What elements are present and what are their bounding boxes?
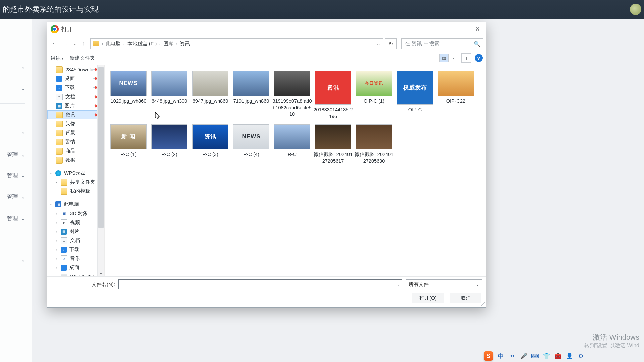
forward-button[interactable]: → — [61, 39, 71, 49]
file-grid[interactable]: NEWS1029.jpg_wh8606448.jpg_wh3006947.jpg… — [105, 65, 486, 276]
breadcrumb-folder2[interactable]: 资讯 — [178, 41, 192, 47]
tree-item[interactable]: 资讯📌 — [47, 110, 100, 119]
file-item[interactable]: R-C — [272, 124, 313, 164]
back-button[interactable]: ← — [50, 39, 59, 49]
file-item[interactable]: 微信截图_20240127205630 — [354, 124, 394, 164]
help-button[interactable]: ? — [475, 54, 483, 62]
expand-toggle-icon[interactable]: › — [54, 180, 59, 184]
file-item[interactable]: OIP-C22 — [435, 71, 476, 120]
breadcrumb-root[interactable]: 此电脑 — [104, 41, 123, 47]
expand-toggle-icon[interactable]: ⌄ — [49, 202, 53, 206]
chevron-down-icon[interactable]: ⌄ — [476, 282, 479, 287]
tree-item[interactable]: ›Win10 (C:) — [47, 272, 100, 276]
chevron-right-icon[interactable]: › — [123, 42, 125, 46]
expand-toggle-icon[interactable]: › — [54, 257, 59, 261]
microphone-icon[interactable]: 🎤 — [520, 352, 527, 360]
open-button[interactable]: 打开(O) — [412, 293, 444, 303]
file-item[interactable]: 新 闻R-C (1) — [108, 124, 149, 164]
tree-item[interactable]: ›音乐 — [47, 254, 100, 263]
tree-item[interactable]: ›文档 — [47, 236, 100, 245]
tree-item[interactable]: ›下载 — [47, 245, 100, 254]
tree-item[interactable]: ›共享文件夹 — [47, 178, 100, 187]
chevron-right-icon[interactable]: › — [101, 42, 104, 46]
tree-item[interactable]: 下载📌 — [47, 83, 100, 92]
tree-item[interactable]: 背景 — [47, 128, 100, 137]
tree-item[interactable]: 文档📌 — [47, 92, 100, 101]
file-item[interactable]: 6947.jpg_wh860 — [190, 71, 231, 120]
tree-item[interactable]: ›3D 对象 — [47, 209, 100, 218]
tree-group[interactable]: ⌄WPS云盘 — [47, 169, 100, 178]
search-input[interactable]: 在 资讯 中搜索 🔍 — [401, 38, 483, 49]
sidebar-item-1[interactable]: 管理⌄ — [0, 145, 29, 164]
skin-icon[interactable]: 👕 — [543, 352, 550, 360]
preview-pane-toggle[interactable]: ◫ — [461, 53, 471, 63]
tree-item[interactable]: 头像 — [47, 119, 100, 128]
file-item[interactable]: 319199e07a8fad0b1082cabd6ecfe510 — [272, 71, 313, 120]
tree-item[interactable]: ›桌面 — [47, 263, 100, 272]
dialog-titlebar[interactable]: 打开 ✕ — [47, 22, 486, 36]
tree-item[interactable]: 警情 — [47, 137, 100, 146]
chevron-right-icon[interactable]: › — [159, 42, 161, 46]
search-icon[interactable]: 🔍 — [474, 41, 480, 47]
up-button[interactable]: ↑ — [79, 39, 88, 49]
toolbox-icon[interactable]: 🧰 — [554, 352, 561, 360]
file-item[interactable]: 7191.jpg_wh860 — [231, 71, 272, 120]
sidebar-item-3[interactable]: 管理⌄ — [0, 188, 29, 206]
file-item[interactable]: 今日资讯OIP-C (1) — [354, 71, 394, 120]
user-icon[interactable]: 👤 — [566, 352, 573, 360]
thumbnails-view-icon[interactable]: ▦ — [440, 54, 448, 62]
sidebar-item-4[interactable]: 管理⌄ — [0, 209, 29, 227]
breadcrumb-dropdown[interactable]: ⌄ — [374, 39, 383, 49]
tree-item[interactable]: 数据 — [47, 156, 100, 165]
tree-group[interactable]: ⌄此电脑 — [47, 200, 100, 209]
sidebar-expand-2[interactable]: ⌄ — [0, 79, 29, 97]
ime-punct-icon[interactable]: •• — [508, 352, 516, 360]
expand-toggle-icon[interactable]: › — [54, 221, 59, 225]
chevron-down-icon[interactable]: ▾ — [448, 54, 458, 62]
close-button[interactable]: ✕ — [469, 22, 486, 36]
expand-toggle-icon[interactable]: › — [54, 248, 59, 252]
refresh-button[interactable]: ↻ — [385, 38, 397, 49]
breadcrumb[interactable]: › 此电脑 › 本地磁盘 (F:) › 图库 › 资讯 ⌄ — [90, 38, 383, 49]
expand-toggle-icon[interactable]: › — [54, 266, 59, 270]
expand-toggle-icon[interactable]: › — [54, 212, 59, 216]
resize-grip[interactable] — [481, 302, 485, 307]
chevron-right-icon[interactable]: › — [175, 42, 178, 46]
cancel-button[interactable]: 取消 — [449, 293, 482, 303]
file-item[interactable]: 微信截图_20240127205617 — [313, 124, 354, 164]
recent-locations-button[interactable]: ⌄ — [73, 42, 77, 46]
tree-item[interactable]: 桌面📌 — [47, 74, 100, 83]
sogou-ime-icon[interactable]: S — [484, 351, 493, 361]
tree-scroll-thumb[interactable] — [98, 67, 104, 228]
tree-item[interactable]: 图片📌 — [47, 101, 100, 110]
expand-toggle-icon[interactable]: › — [54, 275, 59, 277]
sidebar-expand-1[interactable]: ⌄ — [0, 58, 29, 76]
gear-icon[interactable]: ⚙ — [577, 352, 584, 360]
tree-item[interactable]: ›图片 — [47, 227, 100, 236]
keyboard-icon[interactable]: ⌨ — [531, 352, 539, 360]
breadcrumb-folder1[interactable]: 图库 — [161, 41, 175, 47]
file-item[interactable]: 资讯R-C (3) — [190, 124, 231, 164]
tree-item[interactable]: 我的模板 — [47, 187, 100, 196]
organize-menu[interactable]: 组织 — [51, 55, 64, 61]
file-item[interactable]: NEWSR-C (4) — [231, 124, 272, 164]
file-item[interactable]: R-C (2) — [149, 124, 190, 164]
tree-item[interactable]: 商品 — [47, 146, 100, 156]
sidebar-item-2[interactable]: 管理⌄ — [0, 166, 29, 184]
chevron-down-icon[interactable]: ⌄ — [397, 282, 400, 287]
ime-lang-button[interactable]: 中 — [497, 352, 504, 360]
tree-scrollbar[interactable]: ▲ ▼ — [97, 65, 104, 276]
file-item[interactable]: NEWS1029.jpg_wh860 — [108, 71, 149, 120]
expand-toggle-icon[interactable]: › — [54, 239, 59, 243]
sidebar-expand-4[interactable]: ⌄ — [0, 251, 29, 269]
scroll-down-icon[interactable]: ▼ — [98, 270, 104, 276]
tree-item[interactable]: ›视频 — [47, 218, 100, 227]
file-item[interactable]: 权威发布OIP-C — [394, 71, 435, 120]
file-item[interactable]: 资讯2018330144135 2196 — [313, 71, 354, 120]
filename-input[interactable]: ⌄ — [118, 279, 402, 289]
tree-item[interactable]: 2345Downlc📌 — [47, 65, 100, 74]
new-folder-button[interactable]: 新建文件夹 — [70, 55, 95, 61]
filetype-select[interactable]: 所有文件 ⌄ — [406, 279, 482, 289]
avatar[interactable] — [630, 4, 641, 15]
view-mode-selector[interactable]: ▦ ▾ — [439, 54, 458, 62]
